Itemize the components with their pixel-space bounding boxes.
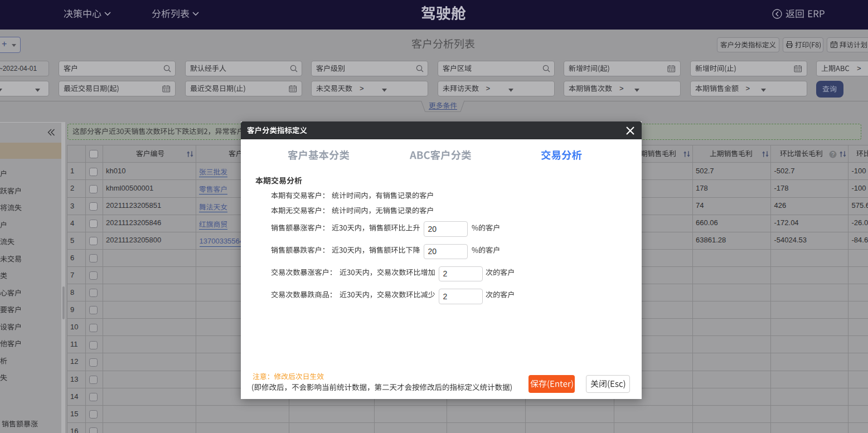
svg-text:?: ? [831,152,835,158]
